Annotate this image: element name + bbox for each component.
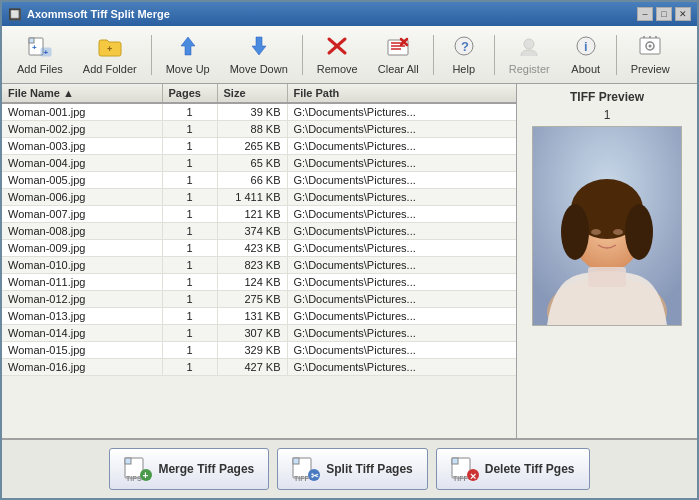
cell-pages: 1 — [162, 240, 217, 257]
col-header-path[interactable]: File Path — [287, 84, 516, 103]
preview-button[interactable]: Preview — [622, 31, 679, 79]
tiff-preview-title: TIFF Preview — [570, 90, 644, 104]
table-row[interactable]: Woman-008.jpg 1 374 KB G:\Documents\Pict… — [2, 223, 516, 240]
about-button[interactable]: i About — [561, 31, 611, 79]
add-folder-label: Add Folder — [83, 63, 137, 75]
merge-label: Merge Tiff Pages — [158, 462, 254, 476]
cell-size: 329 KB — [217, 342, 287, 359]
cell-size: 427 KB — [217, 359, 287, 376]
cell-path: G:\Documents\Pictures... — [287, 189, 516, 206]
table-row[interactable]: Woman-010.jpg 1 823 KB G:\Documents\Pict… — [2, 257, 516, 274]
add-folder-button[interactable]: + Add Folder — [74, 31, 146, 79]
table-row[interactable]: Woman-006.jpg 1 1 411 KB G:\Documents\Pi… — [2, 189, 516, 206]
cell-size: 1 411 KB — [217, 189, 287, 206]
add-files-icon: + + — [27, 34, 53, 61]
svg-text:✂: ✂ — [311, 471, 319, 481]
cell-name: Woman-012.jpg — [2, 291, 162, 308]
svg-text:TIFF: TIFF — [294, 475, 309, 481]
file-list-area: File Name ▲ Pages Size File Path Woman-0… — [2, 84, 517, 438]
help-button[interactable]: ? Help — [439, 31, 489, 79]
cell-name: Woman-009.jpg — [2, 240, 162, 257]
table-row[interactable]: Woman-004.jpg 1 65 KB G:\Documents\Pictu… — [2, 155, 516, 172]
window-controls: – □ ✕ — [637, 7, 691, 21]
table-row[interactable]: Woman-009.jpg 1 423 KB G:\Documents\Pict… — [2, 240, 516, 257]
tiff-preview-panel: TIFF Preview 1 — [517, 84, 697, 438]
table-row[interactable]: Woman-007.jpg 1 121 KB G:\Documents\Pict… — [2, 206, 516, 223]
merge-button[interactable]: TIPS + Merge Tiff Pages — [109, 448, 269, 490]
svg-text:+: + — [43, 48, 48, 57]
move-up-button[interactable]: Move Up — [157, 31, 219, 79]
sep-2 — [302, 35, 303, 75]
close-button[interactable]: ✕ — [675, 7, 691, 21]
clear-all-button[interactable]: Clear All — [369, 31, 428, 79]
table-row[interactable]: Woman-013.jpg 1 131 KB G:\Documents\Pict… — [2, 308, 516, 325]
register-button[interactable]: Register — [500, 31, 559, 79]
col-header-size[interactable]: Size — [217, 84, 287, 103]
cell-size: 131 KB — [217, 308, 287, 325]
maximize-button[interactable]: □ — [656, 7, 672, 21]
svg-rect-43 — [293, 458, 299, 464]
svg-text:+: + — [143, 470, 149, 481]
cell-name: Woman-001.jpg — [2, 103, 162, 121]
register-icon — [516, 34, 542, 61]
register-label: Register — [509, 63, 550, 75]
table-row[interactable]: Woman-014.jpg 1 307 KB G:\Documents\Pict… — [2, 325, 516, 342]
split-button[interactable]: TIFF ✂ Split Tiff Pages — [277, 448, 427, 490]
svg-text:+: + — [32, 43, 37, 52]
cell-pages: 1 — [162, 359, 217, 376]
cell-name: Woman-013.jpg — [2, 308, 162, 325]
split-label: Split Tiff Pages — [326, 462, 412, 476]
sep-4 — [494, 35, 495, 75]
add-files-label: Add Files — [17, 63, 63, 75]
svg-point-32 — [561, 204, 589, 260]
cell-pages: 1 — [162, 138, 217, 155]
table-row[interactable]: Woman-012.jpg 1 275 KB G:\Documents\Pict… — [2, 291, 516, 308]
svg-rect-38 — [125, 458, 131, 464]
app-title: Axommsoft Tiff Split Merge — [27, 8, 170, 20]
remove-button[interactable]: Remove — [308, 31, 367, 79]
cell-name: Woman-015.jpg — [2, 342, 162, 359]
table-row[interactable]: Woman-016.jpg 1 427 KB G:\Documents\Pict… — [2, 359, 516, 376]
col-header-name[interactable]: File Name ▲ — [2, 84, 162, 103]
table-row[interactable]: Woman-001.jpg 1 39 KB G:\Documents\Pictu… — [2, 103, 516, 121]
cell-pages: 1 — [162, 121, 217, 138]
sep-5 — [616, 35, 617, 75]
cell-pages: 1 — [162, 172, 217, 189]
table-row[interactable]: Woman-011.jpg 1 124 KB G:\Documents\Pict… — [2, 274, 516, 291]
cell-path: G:\Documents\Pictures... — [287, 359, 516, 376]
minimize-button[interactable]: – — [637, 7, 653, 21]
scroll-content[interactable]: File Name ▲ Pages Size File Path Woman-0… — [2, 84, 516, 438]
svg-text:TIPS: TIPS — [126, 475, 142, 481]
svg-marker-6 — [181, 37, 195, 55]
move-down-button[interactable]: Move Down — [221, 31, 297, 79]
table-row[interactable]: Woman-005.jpg 1 66 KB G:\Documents\Pictu… — [2, 172, 516, 189]
title-bar: 🔲 Axommsoft Tiff Split Merge – □ ✕ — [2, 2, 697, 26]
cell-size: 823 KB — [217, 257, 287, 274]
about-icon: i — [573, 34, 599, 61]
cell-name: Woman-002.jpg — [2, 121, 162, 138]
table-row[interactable]: Woman-015.jpg 1 329 KB G:\Documents\Pict… — [2, 342, 516, 359]
cell-size: 121 KB — [217, 206, 287, 223]
delete-tiff-button[interactable]: TIFF × Delete Tiff Pges — [436, 448, 590, 490]
svg-marker-7 — [252, 37, 266, 55]
cell-pages: 1 — [162, 274, 217, 291]
cell-name: Woman-016.jpg — [2, 359, 162, 376]
table-row[interactable]: Woman-003.jpg 1 265 KB G:\Documents\Pict… — [2, 138, 516, 155]
svg-point-23 — [649, 45, 652, 48]
preview-icon — [637, 34, 663, 61]
cell-pages: 1 — [162, 325, 217, 342]
cell-path: G:\Documents\Pictures... — [287, 223, 516, 240]
cell-name: Woman-004.jpg — [2, 155, 162, 172]
svg-text:i: i — [584, 39, 588, 54]
move-up-icon — [175, 34, 201, 61]
bottom-bar: TIPS + Merge Tiff Pages TIFF ✂ Split Tif… — [2, 438, 697, 498]
split-icon: TIFF ✂ — [292, 455, 320, 484]
col-header-pages[interactable]: Pages — [162, 84, 217, 103]
delete-label: Delete Tiff Pges — [485, 462, 575, 476]
add-files-button[interactable]: + + Add Files — [8, 31, 72, 79]
table-row[interactable]: Woman-002.jpg 1 88 KB G:\Documents\Pictu… — [2, 121, 516, 138]
main-window: 🔲 Axommsoft Tiff Split Merge – □ ✕ + + A… — [0, 0, 699, 500]
cell-size: 374 KB — [217, 223, 287, 240]
app-icon: 🔲 — [8, 8, 22, 21]
svg-point-35 — [613, 229, 623, 235]
